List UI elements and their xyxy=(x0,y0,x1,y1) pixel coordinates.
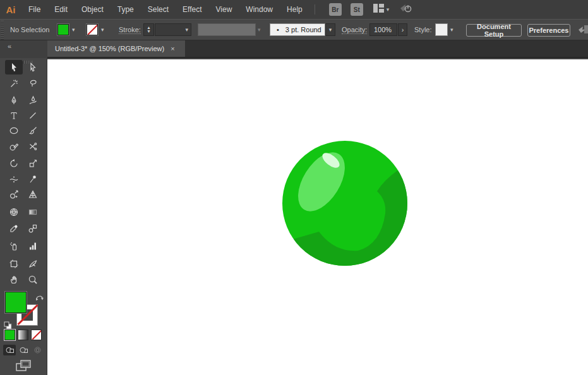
mesh-tool[interactable] xyxy=(5,205,23,219)
type-tool[interactable] xyxy=(5,108,23,122)
brush-chevron-button[interactable]: ▾ xyxy=(325,23,335,36)
fill-color-swatch[interactable] xyxy=(57,24,69,35)
chevron-down-icon[interactable]: ▾ xyxy=(387,6,390,13)
close-tab-icon[interactable]: × xyxy=(171,45,174,52)
column-graph-tool[interactable] xyxy=(24,239,42,253)
lasso-tool[interactable] xyxy=(24,76,42,90)
control-bar-grip[interactable] xyxy=(1,21,4,40)
style-swatch[interactable] xyxy=(435,23,448,36)
width-profile-dropdown-disabled xyxy=(198,23,256,36)
document-setup-button[interactable]: Document Setup xyxy=(466,24,522,37)
document-tab[interactable]: Untitled-3* @ 150% (RGB/Preview) × xyxy=(47,40,185,57)
shaper-tool[interactable] xyxy=(5,139,23,153)
menu-help[interactable]: Help xyxy=(280,1,309,18)
fill-indicator[interactable] xyxy=(5,292,27,313)
preferences-button[interactable]: Preferences xyxy=(527,24,570,37)
none-button[interactable] xyxy=(31,330,42,340)
pen-tool[interactable] xyxy=(5,93,23,107)
tool-panel-header: « xyxy=(0,40,47,58)
artboard-tool[interactable] xyxy=(5,256,23,271)
line-segment-tool[interactable] xyxy=(24,108,42,122)
stroke-weight-stepper[interactable]: ▴▾ xyxy=(143,23,154,36)
brush-value: 3 pt. Round xyxy=(285,26,321,33)
stock-icon[interactable]: St xyxy=(351,3,363,16)
scissors-tool[interactable] xyxy=(24,139,42,153)
selection-tool[interactable] xyxy=(5,60,23,74)
gradient-button[interactable] xyxy=(18,330,28,340)
symbol-sprayer-tool[interactable] xyxy=(5,239,23,253)
document-tab-bar: Untitled-3* @ 150% (RGB/Preview) × xyxy=(47,40,588,58)
workspace-switcher-icon[interactable] xyxy=(373,4,384,15)
stroke-chevron-down-icon[interactable]: ▾ xyxy=(101,27,104,33)
draw-behind-button[interactable] xyxy=(17,345,30,355)
menubar-divider xyxy=(315,4,315,15)
slice-tool[interactable] xyxy=(24,256,42,271)
none-slash-icon xyxy=(88,25,98,35)
color-button[interactable] xyxy=(4,330,15,340)
opacity-label[interactable]: Opacity: xyxy=(342,26,367,34)
shape-builder-tool[interactable] xyxy=(5,187,23,201)
menu-window[interactable]: Window xyxy=(239,1,280,18)
opacity-arrow-button[interactable]: › xyxy=(398,23,407,36)
stroke-color-swatch[interactable] xyxy=(87,24,98,35)
ellipse-tool[interactable] xyxy=(5,123,23,138)
green-ball[interactable] xyxy=(282,141,410,270)
change-screen-mode-icon[interactable] xyxy=(15,359,32,374)
chevron-down-icon: ▾ xyxy=(185,27,188,33)
align-panel-icon-cutoff[interactable] xyxy=(578,24,588,38)
opacity-input[interactable]: 100% xyxy=(369,23,397,36)
rotate-tool[interactable] xyxy=(5,156,23,170)
artboard-canvas[interactable] xyxy=(47,59,588,375)
menu-file[interactable]: File xyxy=(21,1,47,18)
fill-chevron-down-icon[interactable]: ▾ xyxy=(72,27,75,33)
illustrator-logo: Ai xyxy=(0,4,21,15)
menu-effect[interactable]: Effect xyxy=(176,1,208,18)
perspective-grid-tool[interactable] xyxy=(24,187,42,201)
none-slash-icon xyxy=(32,330,42,340)
paintbrush-tool[interactable] xyxy=(24,123,42,138)
stroke-weight-label[interactable]: Stroke: xyxy=(119,26,141,34)
curvature-tool[interactable] xyxy=(24,93,42,107)
puppet-warp-tool[interactable] xyxy=(24,172,42,186)
gradient-tool[interactable] xyxy=(24,205,42,219)
menu-select[interactable]: Select xyxy=(141,1,176,18)
menu-object[interactable]: Object xyxy=(75,1,111,18)
magic-wand-tool[interactable] xyxy=(5,76,23,90)
menu-view[interactable]: View xyxy=(209,1,239,18)
brush-dot-icon: • xyxy=(277,26,279,33)
scale-tool[interactable] xyxy=(24,156,42,170)
collapse-panel-icon[interactable]: « xyxy=(8,42,11,50)
swap-fill-stroke-icon[interactable] xyxy=(35,292,44,304)
stroke-weight-combo[interactable]: ▾ xyxy=(155,23,191,36)
brush-definition-combo[interactable]: • 3 pt. Round xyxy=(270,23,325,36)
width-tool[interactable] xyxy=(5,172,23,186)
style-label: Style: xyxy=(414,26,432,33)
menu-bar: Ai File Edit Object Type Select Effect V… xyxy=(0,0,588,19)
draw-inside-button xyxy=(31,345,44,355)
zoom-tool[interactable] xyxy=(24,272,42,287)
sync-power-icon[interactable] xyxy=(399,3,413,16)
hand-tool[interactable] xyxy=(5,272,23,287)
bridge-icon[interactable]: Br xyxy=(329,3,342,16)
draw-normal-button[interactable] xyxy=(3,345,16,355)
blend-tool[interactable] xyxy=(24,221,42,235)
ball-artwork[interactable] xyxy=(47,59,588,375)
document-tab-title: Untitled-3* @ 150% (RGB/Preview) xyxy=(47,45,164,52)
direct-selection-tool[interactable] xyxy=(24,60,42,74)
width-profile-chevron-icon: ▾ xyxy=(258,27,261,33)
eyedropper-tool[interactable] xyxy=(5,221,23,235)
menu-type[interactable]: Type xyxy=(111,1,141,18)
style-chevron-down-icon[interactable]: ▾ xyxy=(450,27,453,33)
selection-status-label: No Selection xyxy=(10,26,49,33)
menu-edit[interactable]: Edit xyxy=(47,1,75,18)
